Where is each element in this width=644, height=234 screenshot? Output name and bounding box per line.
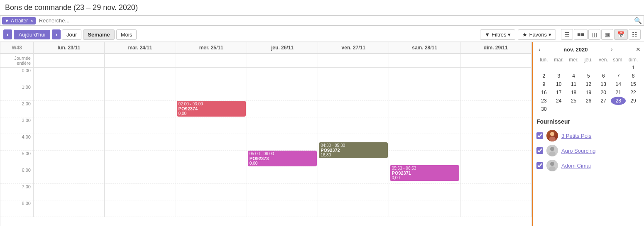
cal-cell[interactable] <box>176 117 247 134</box>
view-mois-button[interactable]: Mois <box>116 29 137 40</box>
cal-cell[interactable] <box>318 101 389 117</box>
cal-cell[interactable] <box>176 84 247 101</box>
favorites-button[interactable]: ★ Favoris ▾ <box>518 29 556 40</box>
view-semaine-button[interactable]: Semaine <box>83 29 114 40</box>
mini-cal-day[interactable]: 20 <box>596 88 611 97</box>
cal-cell[interactable] <box>318 167 389 184</box>
cal-cell[interactable] <box>34 151 105 167</box>
cal-cell[interactable] <box>389 117 460 134</box>
cal-cell[interactable] <box>176 151 247 167</box>
mini-cal-day[interactable]: 7 <box>611 72 626 80</box>
mini-cal-day[interactable]: 18 <box>566 88 581 97</box>
cal-cell[interactable] <box>105 151 176 167</box>
kanban-view-button[interactable]: ■■ <box>574 29 588 40</box>
mini-cal-day[interactable]: 2 <box>536 72 551 80</box>
cal-cell[interactable] <box>34 117 105 134</box>
supplier-checkbox[interactable] <box>536 147 543 154</box>
mini-cal-day[interactable]: 21 <box>611 88 626 97</box>
search-input[interactable] <box>37 17 634 24</box>
mini-cal-day[interactable]: 23 <box>536 97 551 105</box>
cal-cell[interactable] <box>247 184 318 200</box>
cal-cell[interactable] <box>318 84 389 101</box>
cal-cell[interactable] <box>105 68 176 84</box>
cal-cell[interactable] <box>105 101 176 117</box>
event-po92373[interactable]: 05:00 - 06:00 PO92373 0,00 <box>248 151 317 166</box>
chart-view-button[interactable]: ▩ <box>601 29 613 40</box>
mini-cal-day[interactable]: 10 <box>551 80 566 88</box>
pivot-view-button[interactable]: ☷ <box>629 29 641 40</box>
next-button[interactable]: › <box>52 29 61 39</box>
list-view-button[interactable]: ☰ <box>561 29 573 40</box>
event-po92372[interactable]: 04:30 - 05:30 PO92372 16,80 <box>319 142 388 158</box>
mini-cal-day[interactable]: 3 <box>551 72 566 80</box>
cal-cell[interactable] <box>105 184 176 200</box>
mini-cal-day[interactable]: 24 <box>551 97 566 105</box>
mini-cal-day[interactable]: 8 <box>626 72 641 80</box>
cal-cell[interactable] <box>105 134 176 151</box>
allday-tue[interactable] <box>105 54 176 67</box>
cal-cell[interactable] <box>460 134 531 151</box>
cal-cell[interactable] <box>247 101 318 117</box>
filter-button[interactable]: ▼ Filtres ▾ <box>480 29 515 40</box>
calendar-view-button[interactable]: 📅 <box>614 29 628 40</box>
supplier-name[interactable]: Adom Cimaj <box>561 163 591 169</box>
cal-cell[interactable] <box>34 167 105 184</box>
cal-cell[interactable] <box>460 68 531 84</box>
cal-cell[interactable] <box>34 68 105 84</box>
cal-cell[interactable] <box>176 134 247 151</box>
mini-cal-next[interactable]: › <box>609 45 615 54</box>
mini-cal-day[interactable]: 30 <box>536 105 551 113</box>
cal-cell[interactable] <box>460 84 531 101</box>
mini-cal-day[interactable]: 5 <box>581 72 596 80</box>
event-po92371[interactable]: 05:53 - 06:53 PO92371 0,00 <box>390 165 459 181</box>
cal-cell[interactable] <box>34 101 105 117</box>
mini-cal-day[interactable]: 26 <box>581 97 596 105</box>
filter-tag-close[interactable]: × <box>30 18 33 23</box>
cal-cell[interactable] <box>389 134 460 151</box>
mini-cal-day[interactable]: 15 <box>626 80 641 88</box>
cal-cell[interactable]: 05:00 - 06:00 PO92373 0,00 <box>247 151 318 167</box>
mini-cal-day[interactable]: 11 <box>566 80 581 88</box>
cal-cell[interactable] <box>318 184 389 200</box>
mini-cal-day[interactable]: 27 <box>596 97 611 105</box>
cal-cell[interactable] <box>34 200 105 217</box>
cal-cell[interactable] <box>105 200 176 217</box>
cal-cell[interactable] <box>247 84 318 101</box>
cal-cell[interactable] <box>460 117 531 134</box>
cal-cell[interactable] <box>34 184 105 200</box>
allday-sat[interactable] <box>389 54 460 67</box>
cal-cell[interactable] <box>247 117 318 134</box>
cal-cell[interactable] <box>247 134 318 151</box>
mini-cal-close[interactable]: ✕ <box>636 46 641 53</box>
filter-tag[interactable]: ▼ A traiter × <box>2 17 36 24</box>
mini-cal-day[interactable]: 12 <box>581 80 596 88</box>
view-jour-button[interactable]: Jour <box>62 29 81 40</box>
cal-cell[interactable] <box>460 200 531 217</box>
mini-cal-day[interactable]: 16 <box>536 88 551 97</box>
mini-cal-day[interactable]: 25 <box>566 97 581 105</box>
cal-cell[interactable]: 04:30 - 05:30 PO92372 16,80 <box>318 134 389 151</box>
supplier-name[interactable]: 3 Petits Pois <box>561 133 591 139</box>
cal-cell[interactable] <box>105 84 176 101</box>
mini-cal-day[interactable]: 14 <box>611 80 626 88</box>
cal-cell[interactable] <box>176 200 247 217</box>
mini-cal-day[interactable]: 29 <box>626 97 641 105</box>
event-po92374[interactable]: 02:00 - 03:00 PO92374 0,00 <box>177 101 246 117</box>
cal-cell[interactable] <box>105 117 176 134</box>
cal-cell[interactable] <box>247 200 318 217</box>
cal-cell[interactable] <box>318 200 389 217</box>
cal-cell[interactable] <box>389 68 460 84</box>
cal-cell[interactable] <box>34 84 105 101</box>
cal-cell[interactable] <box>389 184 460 200</box>
supplier-checkbox[interactable] <box>536 162 543 169</box>
cal-cell[interactable] <box>318 117 389 134</box>
allday-mon[interactable] <box>34 54 105 67</box>
cal-cell[interactable] <box>460 167 531 184</box>
cal-cell[interactable] <box>389 200 460 217</box>
allday-fri[interactable] <box>318 54 389 67</box>
cal-cell[interactable] <box>389 101 460 117</box>
mini-cal-day[interactable]: 9 <box>536 80 551 88</box>
cal-cell[interactable] <box>176 167 247 184</box>
cal-cell[interactable] <box>176 68 247 84</box>
supplier-name[interactable]: Agro Sourcing <box>561 148 595 154</box>
